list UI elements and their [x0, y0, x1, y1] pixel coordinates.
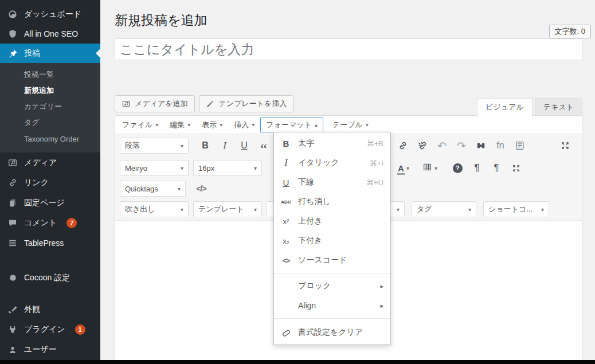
post-title-input[interactable] — [115, 38, 582, 60]
submenu-item-all-posts[interactable]: 投稿一覧 — [0, 66, 100, 83]
insert-template-button[interactable]: テンプレートを挿入 — [199, 95, 294, 112]
underline-button[interactable]: U — [234, 138, 254, 154]
format-item-label: Align — [298, 301, 316, 310]
toolbar-row2-right-group: A ▾ ▾ ? ¶ ¶ — [390, 160, 526, 176]
format-item-label: 太字 — [298, 138, 314, 148]
sidebar-item-aioseo[interactable]: All in One SEO — [0, 24, 100, 44]
shortcode-select[interactable]: ショートコ... ▾ — [483, 201, 549, 217]
bold-button[interactable]: B — [195, 138, 215, 154]
chevron-down-icon: ▾ — [397, 206, 400, 213]
brush-icon — [7, 304, 18, 315]
unlink-button[interactable] — [413, 138, 432, 154]
blockquote-button[interactable]: “ — [254, 138, 273, 154]
table-of-contents-icon[interactable] — [510, 138, 530, 154]
sidebar-item-users[interactable]: ユーザー — [0, 339, 100, 359]
sidebar-item-plugins[interactable]: プラグイン 1 — [0, 319, 100, 339]
format-item-label: イタリック — [298, 158, 339, 168]
add-media-button[interactable]: メディアを追加 — [115, 95, 195, 112]
font-family-select[interactable]: Meiryo ▾ — [120, 160, 189, 176]
italic-button[interactable]: I — [215, 138, 234, 154]
format-menu-item-subscript[interactable]: x₂ 下付き — [274, 231, 390, 251]
admin-sidebar: ダッシュボード All in One SEO 投稿 投稿一覧 新規追加 カテゴリ… — [0, 0, 100, 364]
help-button[interactable]: ? — [448, 160, 467, 176]
format-menu-item-clear-formatting[interactable]: 書式設定をクリア — [274, 322, 390, 343]
tag-select[interactable]: タグ ▾ — [412, 201, 476, 217]
format-menu-item-bold[interactable]: B 太字 ⌘+B — [274, 134, 390, 153]
submenu-arrow-icon: ▸ — [380, 283, 383, 290]
chevron-down-icon: ▾ — [220, 122, 222, 128]
sidebar-item-label: TablePress — [24, 238, 64, 248]
undo-icon[interactable]: ↶ — [432, 138, 452, 154]
menu-insert[interactable]: 挿入 ▾ — [228, 118, 260, 132]
quicktags-select[interactable]: Quicktags ▾ — [120, 181, 186, 197]
bold-icon: B — [279, 139, 293, 148]
sidebar-item-label: 外観 — [24, 304, 40, 315]
comments-count-badge: 7 — [66, 218, 77, 228]
media-buttons-row: メディアを追加 テンプレートを挿入 — [115, 95, 293, 112]
tab-text[interactable]: テキスト — [535, 98, 582, 115]
menu-format[interactable]: フォーマット ▴ — [260, 118, 323, 132]
italic-icon: I — [279, 158, 293, 168]
menu-edit[interactable]: 編集 ▾ — [164, 118, 196, 132]
format-menu-item-align[interactable]: Align ▸ — [274, 296, 390, 315]
posts-submenu: 投稿一覧 新規追加 カテゴリー タグ Taxonomy Order — [0, 63, 100, 152]
menu-label: ファイル — [122, 120, 152, 130]
sidebar-item-comments[interactable]: コメント 7 — [0, 213, 100, 233]
sidebar-item-dashboard[interactable]: ダッシュボード — [0, 5, 100, 24]
format-menu-item-strikethrough[interactable]: ABC 打ち消し — [274, 192, 390, 212]
sidebar-item-media[interactable]: メディア — [0, 152, 100, 173]
submenu-item-taxonomy-order[interactable]: Taxonomy Order — [0, 131, 100, 147]
menu-view[interactable]: 表示 ▾ — [196, 118, 228, 132]
sidebar-item-cocoon[interactable]: Cocoon 設定 — [0, 268, 100, 288]
sidebar-item-posts[interactable]: 投稿 — [0, 44, 100, 63]
format-menu-item-superscript[interactable]: x² 上付き — [274, 212, 390, 231]
select-value: ショートコ... — [488, 204, 533, 214]
template-select[interactable]: テンプレート ▾ — [193, 201, 262, 217]
menu-table[interactable]: テーブル ▾ — [327, 118, 374, 132]
submenu-item-tags[interactable]: タグ — [0, 115, 100, 131]
page-title: 新規投稿を追加 — [115, 11, 208, 29]
chevron-down-icon: ▾ — [155, 122, 158, 128]
expand-icon[interactable] — [506, 160, 526, 176]
insert-template-label: テンプレートを挿入 — [219, 99, 287, 109]
sidebar-item-links[interactable]: リンク — [0, 173, 100, 193]
link-button[interactable] — [393, 138, 413, 154]
format-menu-item-blocks[interactable]: ブロック ▸ — [274, 276, 390, 296]
char-count-badge: 文字数: 0 — [549, 25, 591, 38]
select-value: 段落 — [125, 140, 140, 151]
format-dropdown-menu: B 太字 ⌘+B I イタリック ⌘+I U 下線 ⌘+U ABC 打ち消し x… — [273, 132, 391, 345]
chevron-down-icon: ▾ — [254, 165, 257, 171]
redo-icon[interactable]: ↷ — [452, 138, 471, 154]
paragraph-mark-button[interactable]: ¶ — [467, 160, 487, 176]
media-icon — [122, 99, 131, 108]
format-menu-item-italic[interactable]: I イタリック ⌘+I — [274, 153, 390, 173]
select-value: Meiryo — [125, 164, 147, 173]
table-button[interactable]: ▾ — [417, 160, 443, 176]
menu-label: 表示 — [202, 120, 217, 130]
sidebar-item-pages[interactable]: 固定ページ — [0, 193, 100, 213]
text-color-button[interactable]: A ▾ — [390, 160, 417, 176]
font-size-select[interactable]: 16px ▾ — [193, 160, 262, 176]
submenu-item-categories[interactable]: カテゴリー — [0, 99, 100, 115]
chevron-down-icon: ▾ — [178, 186, 181, 192]
tab-visual[interactable]: ビジュアル — [477, 98, 533, 116]
search-replace-icon[interactable] — [471, 138, 491, 154]
submenu-item-add-new[interactable]: 新規追加 — [0, 83, 100, 99]
format-menu-item-underline[interactable]: U 下線 ⌘+U — [274, 173, 390, 192]
sidebar-item-appearance[interactable]: 外観 — [0, 299, 100, 319]
paragraph-mark-button-2[interactable]: ¶ — [487, 160, 506, 176]
sidebar-item-label: ユーザー — [24, 345, 57, 355]
eraser-icon — [279, 328, 293, 338]
help-icon: ? — [453, 163, 463, 173]
footnote-icon[interactable]: fn — [491, 138, 510, 154]
speech-bubble-select[interactable]: 吹き出し ▾ — [120, 201, 189, 217]
format-menu-item-source-code[interactable]: <> ソースコード — [274, 251, 390, 270]
sidebar-item-tablepress[interactable]: TablePress — [0, 233, 100, 253]
fullscreen-icon[interactable] — [555, 138, 575, 154]
code-tag-icon[interactable]: </> — [191, 181, 211, 197]
menu-file[interactable]: ファイル ▾ — [116, 118, 164, 132]
format-item-label: ソースコード — [298, 255, 347, 265]
select-value: 吹き出し — [125, 204, 155, 214]
chevron-down-icon: ▾ — [181, 143, 183, 149]
block-format-select[interactable]: 段落 ▾ — [120, 138, 189, 154]
